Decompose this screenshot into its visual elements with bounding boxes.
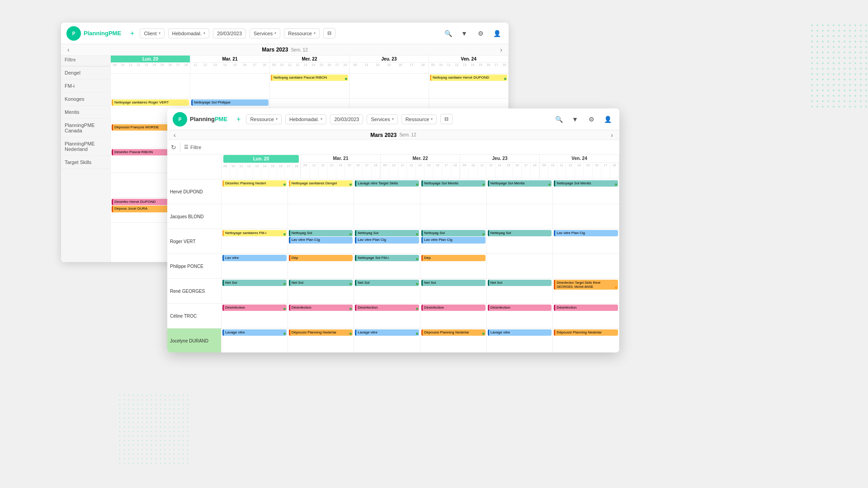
back-user-icon[interactable]: 👤: [491, 27, 503, 40]
front-cell-rene-2[interactable]: Net Sol: [354, 279, 420, 303]
front-cell-herve-5[interactable]: Nettoyage Sol Mentis: [553, 179, 619, 204]
back-add-button[interactable]: +: [128, 28, 136, 39]
back-cell-dengel-2[interactable]: Nettoyag sanitaire Pascal RIBON: [270, 74, 349, 98]
front-cell-rene-1[interactable]: Net Sol: [288, 279, 354, 303]
front-cell-rene-0[interactable]: Net Sol: [222, 279, 288, 303]
front-cell-rene-3[interactable]: Net Sol: [420, 279, 487, 303]
front-cell-philippe-4[interactable]: [487, 254, 553, 278]
front-cell-roger-0[interactable]: Nettoyage sanitaires FM-i: [222, 229, 288, 253]
front-cell-rene-4[interactable]: Net Sol: [487, 279, 553, 303]
front-search-icon[interactable]: 🔍: [552, 113, 565, 126]
front-cell-jacques-3[interactable]: [420, 204, 487, 229]
front-cell-herve-0[interactable]: Désinfec Planning Nederl: [222, 179, 288, 204]
back-sidebar-item-mentis[interactable]: Mentis: [61, 106, 110, 119]
task-card[interactable]: Nettoyage sanitaires FM-i: [222, 230, 287, 236]
front-cell-roger-3[interactable]: Nettoyag Sol Lav vitre Plan Cig: [420, 229, 487, 253]
front-cell-jacques-2[interactable]: [354, 204, 420, 229]
front-cell-jocelyne-1[interactable]: Dépoussi Planning Nederlar: [288, 328, 354, 352]
task-card[interactable]: Net Sol: [421, 280, 486, 286]
task-card[interactable]: Nettoyage Sol FM-i: [355, 255, 419, 261]
back-filter-icon-btn[interactable]: ⊟: [323, 28, 335, 38]
back-sidebar-item-nederland[interactable]: PlanningPME Nederland: [61, 137, 110, 156]
front-date-button[interactable]: 20/03/2023: [330, 114, 363, 124]
task-card[interactable]: Nettoyage Sol Mentis: [421, 180, 486, 187]
front-cell-jacques-5[interactable]: [553, 204, 619, 229]
front-cell-philippe-2[interactable]: Nettoyage Sol FM-i: [354, 254, 420, 278]
task-card[interactable]: Lavage vitre Target Skills: [355, 180, 419, 187]
task-card[interactable]: Nettoyage Sol Philippe: [191, 99, 269, 106]
back-date-button[interactable]: 20/03/2023: [213, 28, 246, 38]
back-dropdown-icon[interactable]: ▼: [458, 27, 471, 40]
front-filter-icon-btn[interactable]: ⊟: [440, 114, 453, 124]
back-prev-btn[interactable]: ‹: [65, 45, 72, 54]
front-cell-jocelyne-4[interactable]: Lavage vitre: [487, 328, 553, 352]
task-card[interactable]: Nettoyag Sol: [355, 230, 419, 236]
task-card[interactable]: Dépoussi Planning Nederlar: [554, 329, 618, 336]
task-card[interactable]: Lav vitre: [222, 255, 287, 261]
front-cell-celine-4[interactable]: Désinfection: [487, 304, 553, 328]
front-refresh-btn[interactable]: ↻: [171, 144, 176, 151]
front-cell-herve-3[interactable]: Nettoyage Sol Mentis: [420, 179, 487, 204]
front-cell-herve-2[interactable]: Lavage vitre Target Skills: [354, 179, 420, 204]
front-filter-label-btn[interactable]: ☰ Filtre: [184, 144, 201, 150]
task-card[interactable]: Désinfection: [554, 305, 618, 311]
task-card[interactable]: Nettoyage Sol Mentis: [488, 180, 552, 187]
front-cell-roger-4[interactable]: Nettoyag Sol: [487, 229, 553, 253]
task-card[interactable]: Lav vitre Plan Cig: [289, 237, 353, 243]
task-card[interactable]: Net Sol: [355, 280, 419, 286]
task-card[interactable]: Nettoyag Sol: [421, 230, 486, 236]
front-resource-button[interactable]: Ressource ▾: [246, 114, 282, 124]
back-sidebar-item-target[interactable]: Target Skills: [61, 156, 110, 169]
task-card[interactable]: Nettoyage sanitaires Dengel: [289, 180, 353, 187]
front-user-icon[interactable]: 👤: [601, 113, 614, 126]
back-cell-dengel-1[interactable]: [190, 74, 270, 98]
task-card[interactable]: Nettoyage sanitaires Roger VERT: [112, 99, 189, 106]
front-cell-herve-4[interactable]: Nettoyage Sol Mentis: [487, 179, 553, 204]
front-services-button[interactable]: Services ▾: [367, 114, 397, 124]
back-sidebar-item-fmi[interactable]: FM-i: [61, 80, 110, 93]
front-resource2-button[interactable]: Ressource ▾: [401, 114, 437, 124]
task-card[interactable]: Nettoyag Sol: [289, 230, 353, 236]
back-sidebar-item-konoges[interactable]: Konoges: [61, 93, 110, 106]
back-sidebar-item-dengel[interactable]: Dengel: [61, 66, 110, 80]
task-card[interactable]: Nettoyage Sol Mentis: [554, 180, 618, 187]
task-card[interactable]: Lav vitre Plan Cig: [554, 230, 618, 236]
front-cell-jocelyne-0[interactable]: Lavage vitre: [222, 328, 288, 352]
front-next-btn[interactable]: ›: [608, 131, 616, 140]
front-cell-celine-1[interactable]: Désinfection: [288, 304, 354, 328]
front-cell-jocelyne-5[interactable]: Dépoussi Planning Nederlar: [553, 328, 619, 352]
task-card[interactable]: Lavage vitre: [222, 329, 287, 336]
back-period-button[interactable]: Hebdomadal. ▾: [168, 28, 209, 38]
front-cell-philippe-3[interactable]: Dép: [420, 254, 487, 278]
task-card[interactable]: Dép: [289, 255, 353, 261]
task-card[interactable]: Net Sol: [488, 280, 552, 286]
back-resource-button[interactable]: Ressource ▾: [284, 28, 320, 38]
front-cell-rene-5[interactable]: Désinfection Target Skills René GEORGES,…: [553, 279, 619, 303]
task-card[interactable]: Lavage vitre: [355, 329, 419, 336]
task-card[interactable]: Désinfection Target Skills René GEORGES,…: [554, 280, 618, 290]
front-cell-philippe-0[interactable]: Lav vitre: [222, 254, 288, 278]
task-card[interactable]: Lavage vitre: [488, 329, 552, 336]
front-cell-philippe-5[interactable]: [553, 254, 619, 278]
front-cell-celine-0[interactable]: Désinfection: [222, 304, 288, 328]
front-cell-jacques-0[interactable]: [222, 204, 288, 229]
back-next-btn[interactable]: ›: [497, 45, 505, 54]
front-cell-jacques-1[interactable]: [288, 204, 354, 229]
task-card[interactable]: Dépoussi Planning Nederlar: [289, 329, 353, 336]
task-card[interactable]: Net Sol: [222, 280, 287, 286]
front-add-button[interactable]: +: [235, 113, 242, 125]
front-cell-roger-2[interactable]: Nettoyag Sol Lav vitre Plan Cig: [354, 229, 420, 253]
front-cell-herve-1[interactable]: Nettoyage sanitaires Dengel: [288, 179, 354, 204]
task-card[interactable]: Dép: [421, 255, 486, 261]
front-cell-celine-2[interactable]: Désinfection: [354, 304, 420, 328]
front-cell-jacques-4[interactable]: [487, 204, 553, 229]
task-card[interactable]: Désinfection: [488, 305, 552, 311]
back-cell-dengel-0[interactable]: [111, 74, 190, 98]
task-card[interactable]: Net Sol: [289, 280, 353, 286]
back-sidebar-item-canada[interactable]: PlanningPME Canada: [61, 119, 110, 137]
front-cell-roger-1[interactable]: Nettoyag Sol Lav vitre Plan Cig: [288, 229, 354, 253]
task-card[interactable]: Désinfection: [289, 305, 353, 311]
front-cell-roger-5[interactable]: Lav vitre Plan Cig: [553, 229, 619, 253]
front-settings-icon[interactable]: ⚙: [585, 113, 598, 126]
front-prev-btn[interactable]: ‹: [171, 131, 179, 140]
